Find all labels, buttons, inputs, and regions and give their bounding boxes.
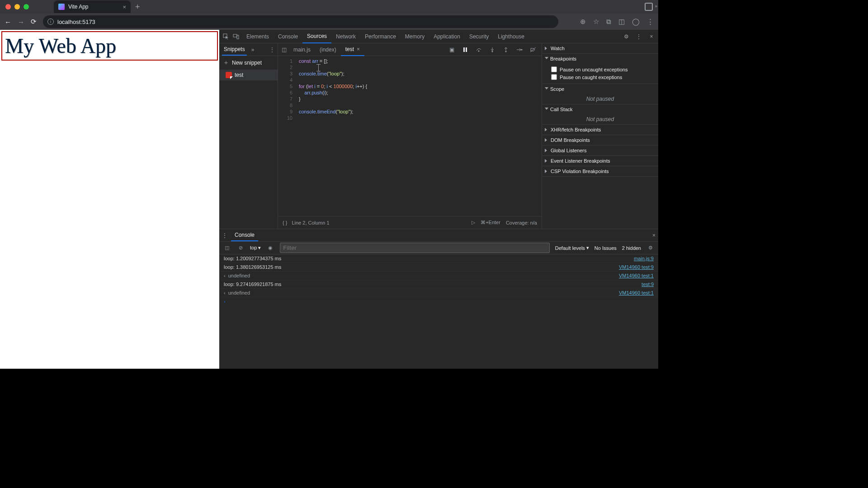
pause-uncaught-checkbox[interactable]: Pause on uncaught exceptions [551,66,655,73]
devtools-tab-bar: ElementsConsoleSourcesNetworkPerformance… [219,30,658,43]
device-toolbar-icon[interactable] [232,33,240,41]
bookmark-icon[interactable]: ☆ [593,18,599,26]
back-button[interactable]: ← [5,18,11,26]
hidden-count[interactable]: 2 hidden [622,245,641,251]
maximize-window-button[interactable] [24,4,29,9]
step-into-icon[interactable] [488,46,496,54]
code-content[interactable]: const arr = []; console.time("loop"); fo… [296,56,367,216]
menu-button[interactable]: ⋮ [647,18,654,26]
new-tab-button[interactable]: + [135,2,140,12]
console-output[interactable]: loop: 1.200927734375 msmain.js:9loop: 1.… [219,254,658,369]
sources-navigator: Snippets » ⋮ ＋ New snippet test [219,43,278,229]
more-tabs-icon[interactable]: » [251,47,255,53]
extensions-icon[interactable]: ⧉ [606,18,611,26]
inspect-element-icon[interactable] [222,33,230,41]
toggle-navigator-icon[interactable]: ◫ [280,46,288,54]
console-source-link[interactable]: VM14960 test:1 [619,290,654,296]
close-tab-icon[interactable]: × [357,46,360,52]
devtools-tab-security[interactable]: Security [465,30,493,43]
watch-section[interactable]: Watch [542,43,658,53]
editor-tab[interactable]: test× [341,43,364,56]
console-settings-icon[interactable]: ⚙ [646,244,655,252]
console-row: ‹undefinedVM14960 test:1 [219,289,658,297]
browser-tab-strip: Vite App × + [54,0,140,14]
editor-tab[interactable]: (index) [315,43,341,56]
close-tab-button[interactable]: × [123,4,126,10]
callstack-section[interactable]: Call Stack [542,104,658,114]
new-snippet-button[interactable]: ＋ New snippet [219,56,278,70]
step-icon[interactable] [515,46,524,54]
page-heading: My Web App [5,34,214,58]
deactivate-breakpoints-icon[interactable] [529,46,537,54]
snippet-name: test [235,72,243,78]
devtools-tab-application[interactable]: Application [429,30,465,43]
devtools-tab-sources[interactable]: Sources [302,30,331,43]
navigator-menu-icon[interactable]: ⋮ [269,47,275,53]
context-selector[interactable]: top ▾ [250,245,261,251]
more-editor-icon[interactable]: ▣ [448,46,456,54]
pretty-print-icon[interactable]: { } [283,220,287,225]
console-row: loop: 9.274169921875 mstest:9 [219,280,658,289]
console-source-link[interactable]: test:9 [642,282,654,287]
live-expression-icon[interactable]: ◉ [266,244,274,252]
console-row: loop: 1.200927734375 msmain.js:9 [219,254,658,263]
minimize-window-button[interactable] [14,4,20,9]
csp-breakpoints-section[interactable]: CSP Violation Breakpoints [542,166,658,176]
devtools-tab-elements[interactable]: Elements [242,30,274,43]
xhr-breakpoints-section[interactable]: XHR/fetch Breakpoints [542,125,658,135]
issues-indicator[interactable]: No Issues [594,245,617,251]
console-prompt[interactable]: › [219,297,658,305]
event-listener-breakpoints-section[interactable]: Event Listener Breakpoints [542,156,658,166]
console-source-link[interactable]: VM14960 test:1 [619,273,654,278]
settings-icon[interactable]: ⚙ [622,33,630,41]
side-panel-icon[interactable]: ◫ [618,18,625,26]
more-icon[interactable]: ⋮ [635,33,643,41]
pause-icon[interactable] [461,46,469,54]
devtools-tab-lighthouse[interactable]: Lighthouse [493,30,529,43]
global-listeners-section[interactable]: Global Listeners [542,145,658,155]
close-drawer-icon[interactable]: × [652,232,656,239]
site-info-icon[interactable]: i [47,19,54,25]
console-source-link[interactable]: VM14960 test:9 [619,264,654,270]
pause-caught-checkbox[interactable]: Pause on caught exceptions [551,73,655,81]
devtools-tab-network[interactable]: Network [331,30,360,43]
code-editor[interactable]: 12345678910 const arr = []; console.time… [278,56,542,216]
zoom-icon[interactable]: ⊕ [580,18,586,26]
tab-title: Vite App [68,4,88,10]
coverage-status: Coverage: n/a [506,220,537,225]
console-source-link[interactable]: main.js:9 [634,256,654,261]
devtools-tab-performance[interactable]: Performance [360,30,401,43]
scope-section[interactable]: Scope [542,84,658,94]
traffic-lights [5,4,29,9]
chevron-down-icon: ▾ [258,245,261,250]
snippet-item[interactable]: test [219,70,278,80]
browser-tab[interactable]: Vite App × [54,0,131,13]
step-out-icon[interactable] [502,46,510,54]
close-devtools-icon[interactable]: × [647,33,656,41]
reload-button[interactable]: ⟳ [31,18,37,26]
run-icon[interactable]: ▷ [472,220,475,225]
drawer-menu-icon[interactable]: ⋮ [222,232,227,239]
profile-icon[interactable]: ◯ [632,18,640,26]
extensions-button[interactable] [645,3,653,11]
snippets-tab[interactable]: Snippets [222,44,247,56]
breakpoints-section[interactable]: Breakpoints [542,54,658,64]
clear-console-icon[interactable]: ⊘ [236,244,245,252]
devtools-tab-console[interactable]: Console [274,30,302,43]
toggle-sidebar-icon[interactable]: ◫ [223,244,231,252]
address-bar[interactable]: i localhost:5173 [43,15,558,28]
step-over-icon[interactable] [475,46,483,54]
devtools-tab-memory[interactable]: Memory [401,30,429,43]
close-window-button[interactable] [5,4,11,9]
devtools-panel: ElementsConsoleSourcesNetworkPerformance… [219,30,658,369]
dom-breakpoints-section[interactable]: DOM Breakpoints [542,135,658,145]
forward-button[interactable]: → [18,18,24,26]
snippet-icon [226,72,232,78]
log-levels-selector[interactable]: Default levels▾ [555,245,589,251]
console-filter-input[interactable] [280,243,549,253]
run-shortcut: ⌘+Enter [481,220,500,225]
plus-icon: ＋ [223,59,229,67]
console-tab[interactable]: Console [231,230,258,241]
svg-rect-3 [463,47,465,52]
editor-tab[interactable]: main.js [289,43,315,56]
